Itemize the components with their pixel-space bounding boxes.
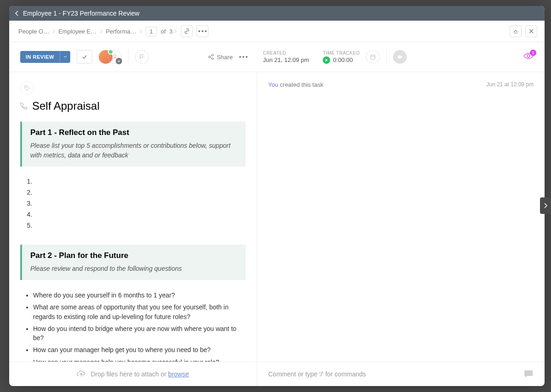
footer: Drop files here to attach or browse Comm… <box>9 362 545 386</box>
activity-item: You created this task Jun 21 at 12:09 pm <box>268 81 534 88</box>
question-item: What are some areas of opportunity that … <box>33 301 246 323</box>
part1-callout: Part 1 - Reflect on the Past Please list… <box>20 122 246 167</box>
pager-total: 3 <box>169 28 173 35</box>
created-meta: CREATED Jun 21, 12:09 pm <box>263 50 309 64</box>
part2-prompt: Please review and respond to the followi… <box>30 264 237 274</box>
comment-input[interactable]: Comment or type '/' for commands <box>268 370 366 378</box>
question-item: How do you intend to bridge where you ar… <box>33 323 246 344</box>
breadcrumb-item[interactable]: Performa… <box>104 27 138 36</box>
breadcrumb-item[interactable]: People O… <box>17 27 51 36</box>
breadcrumb-bar: People O… Employee E… Performa… 1 of 3 <box>9 21 545 42</box>
video-button[interactable] <box>393 50 407 64</box>
question-item: How can your manager help you become suc… <box>33 356 246 362</box>
close-button[interactable] <box>525 25 537 37</box>
svg-point-6 <box>527 55 530 57</box>
attachment-dropzone[interactable]: Drop files here to attach or browse <box>9 362 257 386</box>
activity-actor[interactable]: You <box>268 81 278 88</box>
play-icon[interactable] <box>323 56 330 64</box>
more-button[interactable] <box>197 25 208 37</box>
complete-button[interactable] <box>77 50 92 64</box>
svg-point-0 <box>113 55 116 57</box>
time-tracked-meta: TIME TRACKED 0:00:00 <box>323 50 360 64</box>
svg-rect-5 <box>398 56 401 58</box>
activity-timestamp: Jun 21 at 12:09 pm <box>486 81 534 88</box>
svg-point-7 <box>26 87 27 88</box>
titlebar: Employee 1 - FY23 Performance Review <box>9 6 545 21</box>
phone-icon <box>20 102 28 110</box>
more-icon[interactable] <box>239 56 247 58</box>
status-dropdown-icon[interactable] <box>60 51 70 63</box>
part1-heading: Part 1 - Reflect on the Past <box>30 128 237 137</box>
add-assignee-button[interactable]: + <box>108 50 122 64</box>
date-button[interactable] <box>366 50 380 64</box>
share-button[interactable]: Share <box>208 54 233 61</box>
doc-title: Self Appraisal <box>32 100 100 112</box>
question-item: Where do you see yourself in 6 months to… <box>33 289 246 301</box>
status-button[interactable]: IN REVIEW <box>20 51 70 63</box>
activity-pane: You created this task Jun 21 at 12:09 pm <box>257 72 545 362</box>
part1-prompt: Please list your top 5 accomplishments o… <box>30 141 237 160</box>
questions-list: Where do you see yourself in 6 months to… <box>33 289 246 362</box>
watchers-button[interactable]: 1 <box>523 52 534 62</box>
part2-callout: Part 2 - Plan for the Future Please revi… <box>20 245 246 280</box>
svg-point-3 <box>212 58 214 60</box>
watchers-badge: 1 <box>530 50 536 56</box>
priority-button[interactable] <box>135 50 149 64</box>
question-item: How can your manager help get you to whe… <box>33 344 246 356</box>
pager: 1 of 3 <box>146 27 173 36</box>
svg-rect-4 <box>371 55 375 59</box>
accomplishments-list[interactable] <box>34 176 246 231</box>
minimize-button[interactable] <box>510 25 522 37</box>
pager-current: 1 <box>146 27 157 36</box>
toolbar: IN REVIEW + Share CREATED Jun 21, 12:09 <box>9 42 545 72</box>
back-icon[interactable] <box>15 10 19 17</box>
svg-point-1 <box>208 56 210 58</box>
task-title: Employee 1 - FY23 Performance Review <box>23 10 140 17</box>
link-icon[interactable] <box>181 25 193 37</box>
svg-point-2 <box>212 54 214 56</box>
tag-button[interactable] <box>20 81 34 95</box>
document-pane: Self Appraisal Part 1 - Reflect on the P… <box>9 72 257 362</box>
side-expand-button[interactable] <box>540 197 551 214</box>
browse-link[interactable]: browse <box>168 370 189 378</box>
cloud-upload-icon <box>77 370 86 378</box>
chat-icon[interactable] <box>523 370 534 379</box>
breadcrumb-item[interactable]: Employee E… <box>56 27 98 36</box>
part2-heading: Part 2 - Plan for the Future <box>30 251 237 260</box>
